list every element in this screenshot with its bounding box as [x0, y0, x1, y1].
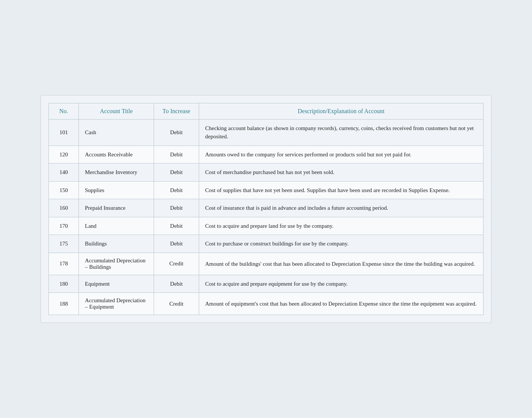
cell-to-increase: Debit	[154, 235, 199, 253]
header-account-title: Account Title	[79, 103, 154, 119]
cell-to-increase: Debit	[154, 119, 199, 145]
cell-no: 170	[49, 217, 79, 235]
cell-no: 101	[49, 119, 79, 145]
cell-description: Amount of the buildings' cost that has b…	[199, 253, 484, 275]
cell-account-title: Merchandise Inventory	[79, 164, 154, 182]
cell-description: Amount of equipment's cost that has been…	[199, 293, 484, 315]
cell-to-increase: Debit	[154, 199, 199, 217]
cell-account-title: Buildings	[79, 235, 154, 253]
cell-account-title: Prepaid Insurance	[79, 199, 154, 217]
cell-description: Amounts owed to the company for services…	[199, 145, 484, 164]
cell-account-title: Accounts Receivable	[79, 145, 154, 164]
header-no: No.	[49, 103, 79, 119]
cell-to-increase: Debit	[154, 275, 199, 293]
cell-account-title: Cash	[79, 119, 154, 145]
table-row: 150SuppliesDebitCost of supplies that ha…	[49, 181, 484, 199]
cell-no: 120	[49, 145, 79, 164]
cell-no: 140	[49, 164, 79, 182]
table-container: No. Account Title To Increase Descriptio…	[41, 95, 491, 323]
cell-description: Cost to acquire and prepare land for use…	[199, 217, 484, 235]
cell-no: 160	[49, 199, 79, 217]
table-header-row: No. Account Title To Increase Descriptio…	[49, 103, 484, 119]
table-row: 178Accumulated Depreciation – BuildingsC…	[49, 253, 484, 275]
table-row: 120Accounts ReceivableDebitAmounts owed …	[49, 145, 484, 164]
cell-to-increase: Debit	[154, 217, 199, 235]
cell-description: Cost of merchandise purchased but has no…	[199, 164, 484, 182]
cell-account-title: Accumulated Depreciation – Equipment	[79, 293, 154, 315]
accounts-table: No. Account Title To Increase Descriptio…	[48, 103, 484, 315]
cell-no: 180	[49, 275, 79, 293]
table-row: 188Accumulated Depreciation – EquipmentC…	[49, 293, 484, 315]
table-row: 180EquipmentDebitCost to acquire and pre…	[49, 275, 484, 293]
cell-to-increase: Credit	[154, 253, 199, 275]
cell-account-title: Supplies	[79, 181, 154, 199]
cell-to-increase: Debit	[154, 181, 199, 199]
cell-description: Cost to purchase or construct buildings …	[199, 235, 484, 253]
cell-no: 175	[49, 235, 79, 253]
table-row: 140Merchandise InventoryDebitCost of mer…	[49, 164, 484, 182]
cell-to-increase: Debit	[154, 164, 199, 182]
cell-account-title: Equipment	[79, 275, 154, 293]
cell-description: Cost to acquire and prepare equipment fo…	[199, 275, 484, 293]
cell-to-increase: Credit	[154, 293, 199, 315]
table-row: 170LandDebitCost to acquire and prepare …	[49, 217, 484, 235]
cell-account-title: Land	[79, 217, 154, 235]
cell-to-increase: Debit	[154, 145, 199, 164]
table-row: 175BuildingsDebitCost to purchase or con…	[49, 235, 484, 253]
cell-no: 178	[49, 253, 79, 275]
cell-no: 150	[49, 181, 79, 199]
cell-description: Checking account balance (as shown in co…	[199, 119, 484, 145]
cell-account-title: Accumulated Depreciation – Buildings	[79, 253, 154, 275]
table-row: 160Prepaid InsuranceDebitCost of insuran…	[49, 199, 484, 217]
cell-description: Cost of supplies that have not yet been …	[199, 181, 484, 199]
table-row: 101CashDebitChecking account balance (as…	[49, 119, 484, 145]
cell-no: 188	[49, 293, 79, 315]
header-to-increase: To Increase	[154, 103, 199, 119]
header-description: Description/Explanation of Account	[199, 103, 484, 119]
cell-description: Cost of insurance that is paid in advanc…	[199, 199, 484, 217]
